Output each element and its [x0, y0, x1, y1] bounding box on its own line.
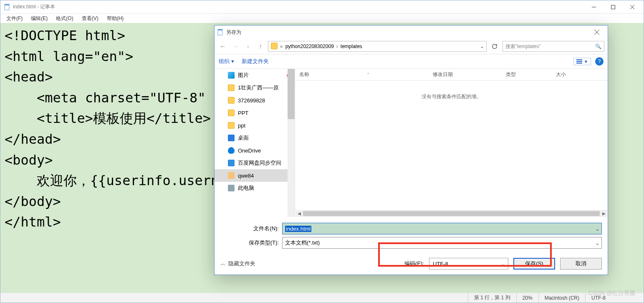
- filetype-label: 保存类型(T):: [220, 239, 282, 247]
- chevron-down-icon[interactable]: ⌄: [595, 226, 600, 232]
- status-position: 第 1 行，第 1 列: [468, 293, 516, 303]
- chevron-down-icon[interactable]: ⌄: [501, 261, 505, 267]
- sidebar: 图片📌1壮美广西——原372699828PPTppt桌面OneDrive百度网盘…: [215, 69, 295, 217]
- encoding-label: 编码(E):: [404, 260, 424, 267]
- breadcrumb-dropdown[interactable]: ⌄: [478, 43, 486, 49]
- sidebar-item[interactable]: ppt: [215, 119, 295, 132]
- scroll-right-button[interactable]: ▸: [600, 210, 607, 217]
- close-button[interactable]: [623, 1, 642, 13]
- file-list: 名称⌃ 修改日期 类型 大小 没有与搜索条件匹配的项。 ◂ ▸: [295, 69, 608, 217]
- search-icon: 🔍: [595, 43, 601, 49]
- desk-icon: [228, 135, 235, 141]
- encoding-value: UTF-8: [433, 261, 448, 267]
- sidebar-item-label: 372699828: [238, 97, 265, 104]
- sidebar-item[interactable]: 桌面: [215, 132, 295, 144]
- filetype-value: 文本文档(*.txt): [285, 239, 320, 247]
- back-button[interactable]: ←: [218, 41, 228, 51]
- dialog-toolbar: 组织 ▾ 新建文件夹 ▼ ?: [215, 54, 608, 69]
- navigation-row: ← → ▾ ↑ « python202208302009 › templates…: [215, 39, 608, 54]
- form-area: 文件名(N): index.html ⌄ 保存类型(T): 文本文档(*.txt…: [215, 217, 608, 254]
- status-zoom: 20%: [516, 293, 538, 303]
- sidebar-item[interactable]: 此电脑: [215, 182, 295, 194]
- sidebar-item-label: 桌面: [238, 134, 249, 142]
- sidebar-item[interactable]: 百度网盘同步空间: [215, 157, 295, 169]
- sidebar-scrollbar[interactable]: [288, 69, 295, 217]
- scroll-left-button[interactable]: ◂: [295, 210, 303, 217]
- chevron-down-icon[interactable]: ⌄: [595, 240, 600, 246]
- view-mode-button[interactable]: ▼: [573, 58, 591, 65]
- filename-input[interactable]: index.html ⌄: [282, 223, 602, 234]
- chevron-down-icon: ▼: [584, 59, 588, 64]
- horizontal-scrollbar[interactable]: ◂ ▸: [295, 210, 607, 217]
- hide-folders-toggle[interactable]: ︿ 隐藏文件夹: [220, 260, 255, 267]
- minimize-button[interactable]: [584, 1, 604, 13]
- maximize-button[interactable]: [604, 1, 623, 13]
- sidebar-item[interactable]: qwe84: [215, 169, 295, 182]
- menu-edit[interactable]: 编辑(E): [28, 15, 50, 22]
- column-size[interactable]: 大小: [552, 71, 608, 78]
- up-button[interactable]: ↑: [255, 41, 265, 51]
- notepad-icon: [217, 29, 224, 36]
- sidebar-item-label: OneDrive: [238, 148, 261, 154]
- pic-icon: [228, 72, 235, 79]
- filetype-select[interactable]: 文本文档(*.txt) ⌄: [282, 237, 602, 249]
- svg-rect-10: [576, 59, 582, 60]
- sidebar-item-label: PPT: [238, 110, 248, 116]
- sidebar-item[interactable]: 372699828: [215, 94, 295, 107]
- menu-format[interactable]: 格式(O): [53, 15, 76, 22]
- refresh-button[interactable]: [489, 41, 500, 52]
- window-title: index.html - 记事本: [13, 3, 584, 10]
- sidebar-item[interactable]: PPT: [215, 107, 295, 119]
- sidebar-item-label: 1壮美广西——原: [238, 84, 279, 92]
- svg-rect-12: [576, 63, 582, 64]
- filename-label: 文件名(N):: [220, 225, 282, 232]
- folder-icon: [268, 43, 280, 51]
- statusbar: 第 1 行，第 1 列 20% Macintosh (CR) UTF-8: [0, 293, 644, 303]
- breadcrumb[interactable]: « python202208302009 › templates ⌄: [268, 41, 487, 52]
- svg-rect-11: [576, 61, 582, 62]
- folder-icon: [228, 97, 235, 104]
- svg-rect-7: [218, 29, 222, 31]
- sidebar-item[interactable]: 图片📌: [215, 69, 295, 81]
- empty-message: 没有与搜索条件匹配的项。: [295, 93, 608, 100]
- cancel-button[interactable]: 取消: [560, 258, 602, 270]
- folder-icon: [228, 122, 235, 129]
- help-button[interactable]: ?: [595, 57, 604, 66]
- sidebar-item-label: ppt: [238, 122, 245, 129]
- organize-menu[interactable]: 组织 ▾: [219, 58, 234, 65]
- dialog-titlebar: 另存为: [215, 25, 608, 39]
- breadcrumb-seg-1[interactable]: python202208302009: [283, 43, 336, 49]
- column-date[interactable]: 修改日期: [429, 71, 502, 78]
- chevron-up-icon: ︿: [220, 260, 226, 267]
- titlebar: index.html - 记事本: [0, 0, 644, 14]
- menu-help[interactable]: 帮助(H): [104, 15, 126, 22]
- sidebar-item-label: qwe84: [238, 173, 254, 179]
- folder-icon: [228, 109, 235, 116]
- menubar: 文件(F) 编辑(E) 格式(O) 查看(V) 帮助(H): [0, 14, 644, 23]
- svg-rect-3: [611, 5, 615, 9]
- svg-rect-1: [5, 4, 9, 5]
- menu-view[interactable]: 查看(V): [79, 15, 101, 22]
- column-type[interactable]: 类型: [502, 71, 552, 78]
- sidebar-item[interactable]: OneDrive: [215, 144, 295, 157]
- forward-button[interactable]: →: [230, 41, 240, 51]
- cloud-icon: [228, 147, 235, 154]
- chevron-right-icon: «: [280, 43, 283, 49]
- save-button[interactable]: 保存(S): [513, 258, 555, 270]
- menu-file[interactable]: 文件(F): [4, 15, 25, 22]
- search-placeholder: 搜索"templates": [505, 43, 541, 50]
- column-name[interactable]: 名称⌃: [295, 71, 429, 78]
- filename-value: index.html: [285, 226, 311, 232]
- sidebar-item[interactable]: 1壮美广西——原: [215, 81, 295, 94]
- bdp-icon: [228, 160, 235, 166]
- search-input[interactable]: 搜索"templates" 🔍: [503, 41, 604, 52]
- new-folder-button[interactable]: 新建文件夹: [242, 58, 269, 65]
- pc-icon: [228, 185, 235, 191]
- dialog-close-button[interactable]: [588, 26, 605, 38]
- breadcrumb-seg-2[interactable]: templates: [338, 43, 365, 49]
- recent-dropdown[interactable]: ▾: [243, 41, 253, 51]
- status-eol: Macintosh (CR): [538, 293, 585, 303]
- encoding-select[interactable]: UTF-8 ⌄: [429, 258, 508, 270]
- column-headers: 名称⌃ 修改日期 类型 大小: [295, 69, 608, 81]
- sort-asc-icon: ⌃: [366, 72, 370, 77]
